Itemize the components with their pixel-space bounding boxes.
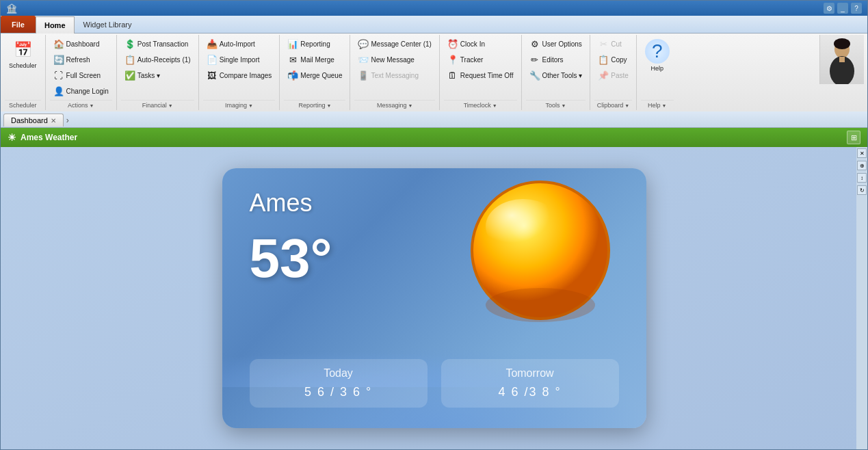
editors-button[interactable]: ✏ Editors (526, 52, 586, 67)
scheduler-label: Scheduler (9, 62, 37, 69)
change-login-button[interactable]: 👤 Change Login (50, 83, 112, 98)
tomorrow-temps: 4 6 /3 8 ° (455, 385, 605, 399)
content-area: ☀ Ames Weather ⊞ ✕ ⊕ ↕ ↻ (1, 128, 867, 449)
app-icon: 🏦 (6, 3, 17, 14)
timeclock-col: ⏰ Clock In 📍 Tracker 🗓 Request Time Off (444, 36, 517, 83)
tab-file[interactable]: File (1, 16, 36, 33)
single-import-icon: 📄 (207, 54, 218, 65)
dashboard-button[interactable]: 🏠 Dashboard (50, 36, 112, 51)
forecast-row: Today 5 6 / 3 6 ° Tomorrow 4 6 /3 8 ° (250, 359, 619, 408)
tomorrow-forecast: Tomorrow 4 6 /3 8 ° (441, 359, 619, 408)
messaging-col: 💬 Message Center (1) 📨 New Message 📱 Tex… (354, 36, 434, 83)
tools-expand-icon[interactable]: ▼ (561, 103, 566, 108)
timeclock-expand-icon[interactable]: ▼ (492, 103, 497, 108)
tasks-dropdown-button[interactable]: ✅ Tasks ▾ (121, 68, 194, 83)
merge-queue-button[interactable]: 📬 Merge Queue (284, 68, 345, 83)
title-bar-left: 🏦 (6, 3, 17, 14)
avatar-image (819, 35, 864, 84)
scheduler-icon: 📅 (12, 39, 34, 61)
widget-sun-icon: ☀ (8, 132, 16, 143)
ribbon-group-help: ? Help Help ▼ (637, 35, 678, 110)
today-temps: 5 6 / 3 6 ° (263, 385, 414, 399)
tools-col: ⚙ User Options ✏ Editors 🔧 Other Tools ▾ (526, 36, 586, 83)
sun-svg (469, 178, 612, 322)
reporting-items: 📊 Reporting ✉ Mail Merge 📬 Merge Queue (284, 36, 345, 98)
message-center-icon: 💬 (358, 38, 369, 49)
dashboard-tab-close[interactable]: ✕ (51, 117, 56, 124)
dashboard-tab[interactable]: Dashboard ✕ (3, 114, 64, 127)
today-label: Today (263, 367, 414, 380)
tab-widget-library[interactable]: Widget Library (75, 16, 141, 33)
editors-icon: ✏ (529, 54, 540, 65)
help-title-button[interactable]: ? (851, 3, 862, 14)
fullscreen-icon: ⛶ (53, 70, 64, 81)
scroll-settings[interactable]: ↻ (857, 185, 867, 195)
timeclock-items: ⏰ Clock In 📍 Tracker 🗓 Request Time Off (444, 36, 517, 98)
text-messaging-icon: 📱 (358, 70, 369, 81)
help-expand-icon[interactable]: ▼ (662, 103, 667, 108)
financial-expand-icon[interactable]: ▼ (168, 103, 173, 108)
ribbon-group-tools: ⚙ User Options ✏ Editors 🔧 Other Tools ▾… (522, 35, 591, 110)
compare-images-button[interactable]: 🖼 Compare Images (203, 68, 276, 83)
ribbon-group-messaging: 💬 Message Center (1) 📨 New Message 📱 Tex… (350, 35, 439, 110)
auto-receipts-button[interactable]: 📋 Auto-Receipts (1) (121, 52, 194, 67)
refresh-button[interactable]: 🔄 Refresh (50, 52, 112, 67)
widget-controls: ⊞ (847, 131, 860, 144)
scheduler-button[interactable]: 📅 Scheduler (5, 36, 41, 72)
title-bar: 🏦 ⚙ _ ? (1, 1, 867, 16)
widget-title-text: Ames Weather (21, 133, 77, 142)
imaging-group-label: Imaging ▼ (203, 100, 276, 110)
text-messaging-button: 📱 Text Messaging (354, 68, 434, 83)
paste-icon: 📌 (598, 70, 609, 81)
request-time-off-button[interactable]: 🗓 Request Time Off (444, 68, 517, 83)
scroll-zoom-out[interactable]: ↕ (857, 173, 867, 183)
new-message-button[interactable]: 📨 New Message (354, 52, 434, 67)
today-forecast: Today 5 6 / 3 6 ° (250, 359, 428, 408)
help-button[interactable]: ? Help (641, 36, 674, 75)
imaging-expand-icon[interactable]: ▼ (248, 103, 253, 108)
scroll-zoom-in[interactable]: ⊕ (857, 161, 867, 170)
reporting-button[interactable]: 📊 Reporting (284, 36, 345, 51)
messaging-items: 💬 Message Center (1) 📨 New Message 📱 Tex… (354, 36, 434, 98)
full-screen-button[interactable]: ⛶ Full Screen (50, 68, 112, 83)
post-transaction-button[interactable]: 💲 Post Transaction (121, 36, 194, 51)
ribbon-group-financial: 💲 Post Transaction 📋 Auto-Receipts (1) ✅… (117, 35, 199, 110)
copy-button[interactable]: 📋 Copy (594, 52, 632, 67)
messaging-expand-icon[interactable]: ▼ (408, 103, 412, 108)
reporting-col: 📊 Reporting ✉ Mail Merge 📬 Merge Queue (284, 36, 345, 83)
clipboard-expand-icon[interactable]: ▼ (624, 103, 629, 108)
title-bar-right: ⚙ _ ? (824, 3, 862, 14)
clock-in-button[interactable]: ⏰ Clock In (444, 36, 517, 51)
help-label: Help (651, 65, 664, 72)
auto-import-button[interactable]: 📥 Auto-Import (203, 36, 276, 51)
dashboard-icon: 🏠 (53, 38, 64, 49)
copy-icon: 📋 (598, 54, 609, 65)
timeclock-group-label: Timeclock ▼ (444, 100, 517, 110)
cut-icon: ✂ (598, 38, 609, 49)
settings-icon-button[interactable]: ⚙ (824, 3, 834, 14)
ribbon-group-reporting: 📊 Reporting ✉ Mail Merge 📬 Merge Queue R… (280, 35, 350, 110)
minimize-button[interactable]: _ (837, 3, 848, 14)
tracker-button[interactable]: 📍 Tracker (444, 52, 517, 67)
svg-rect-3 (839, 57, 845, 62)
mail-merge-button[interactable]: ✉ Mail Merge (284, 52, 345, 67)
single-import-button[interactable]: 📄 Single Import (203, 52, 276, 67)
reporting-expand-icon[interactable]: ▼ (326, 103, 331, 108)
ribbon-group-timeclock: ⏰ Clock In 📍 Tracker 🗓 Request Time Off … (440, 35, 522, 110)
help-group-label: Help ▼ (641, 100, 674, 110)
svg-point-7 (486, 288, 595, 322)
mail-merge-icon: ✉ (287, 54, 298, 65)
user-avatar (819, 35, 867, 84)
widget-grid-button[interactable]: ⊞ (847, 131, 860, 144)
other-tools-button[interactable]: 🔧 Other Tools ▾ (526, 68, 586, 83)
avatar-svg (824, 37, 861, 85)
user-options-button[interactable]: ⚙ User Options (526, 36, 586, 51)
message-center-button[interactable]: 💬 Message Center (1) (354, 36, 434, 51)
paste-button: 📌 Paste (594, 68, 632, 83)
other-tools-icon: 🔧 (529, 70, 540, 81)
tab-home[interactable]: Home (36, 16, 75, 34)
actions-expand-icon[interactable]: ▼ (89, 103, 94, 108)
scroll-up-arrow[interactable]: ✕ (857, 148, 867, 158)
tab-scroll-right[interactable]: › (66, 116, 69, 125)
tasks-dropdown-icon: ✅ (124, 70, 135, 81)
